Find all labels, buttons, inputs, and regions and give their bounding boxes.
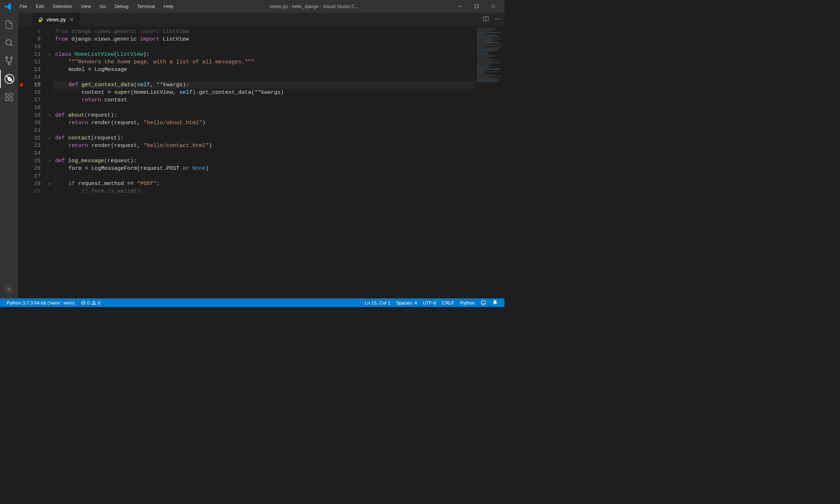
menu-view[interactable]: View [77, 2, 95, 10]
more-actions-icon[interactable] [494, 16, 501, 24]
split-editor-icon[interactable] [483, 16, 489, 24]
tab-filename: views.py [46, 17, 66, 22]
code-line-23[interactable]: return render(request, "hello/contact.ht… [52, 142, 475, 150]
tab-actions [479, 13, 504, 26]
status-language[interactable]: Python [457, 300, 478, 306]
svg-point-22 [93, 304, 94, 304]
svg-rect-0 [458, 6, 462, 7]
close-button[interactable] [485, 0, 502, 13]
svg-point-9 [10, 77, 11, 79]
code-line-25[interactable]: def log_message(request): [52, 157, 475, 165]
svg-point-4 [11, 57, 12, 59]
svg-rect-10 [5, 93, 8, 96]
code-line-15[interactable]: def get_context_data(self, **kwargs): [52, 81, 475, 89]
breakpoint-gutter[interactable] [18, 26, 25, 298]
code-line-18[interactable] [52, 104, 475, 112]
code-line-9[interactable]: from django.views.generic import ListVie… [52, 35, 475, 43]
code-area[interactable]: from django.views.generic import ListVie… [52, 26, 475, 298]
code-line-16[interactable]: context = super(HomeListView, self).get_… [52, 89, 475, 96]
code-line-10[interactable] [52, 43, 475, 51]
status-feedback-icon[interactable] [478, 300, 489, 306]
svg-point-3 [6, 57, 8, 59]
svg-point-17 [495, 18, 496, 20]
menu-file[interactable]: File [16, 2, 31, 10]
status-encoding[interactable]: UTF-8 [420, 300, 439, 306]
code-line-26[interactable]: form = LogMessageForm(request.POST or No… [52, 165, 475, 172]
code-line-8[interactable]: from django.views.generic import ListVie… [52, 28, 475, 35]
svg-point-14 [8, 288, 11, 291]
tabs-bar: views.py [18, 13, 504, 26]
fold-gutter[interactable]: ⊟⊟⊟⊟⊟ [47, 26, 52, 298]
code-line-17[interactable]: return context [52, 96, 475, 104]
menu-edit[interactable]: Edit [32, 2, 47, 10]
code-line-27[interactable] [52, 172, 475, 180]
svg-rect-1 [475, 5, 478, 8]
status-bar: Python 3.7.3 64-bit ('venv': venv) 0 0 L… [0, 298, 504, 307]
tab-views-py[interactable]: views.py [33, 13, 80, 26]
code-line-21[interactable] [52, 127, 475, 134]
minimap[interactable] [475, 26, 504, 298]
svg-rect-12 [5, 98, 8, 101]
code-line-19[interactable]: def about(request): [52, 112, 475, 119]
status-problems[interactable]: 0 0 [78, 300, 103, 306]
extensions-icon[interactable] [0, 88, 18, 106]
svg-point-2 [6, 39, 11, 45]
menu-selection[interactable]: Selection [49, 2, 75, 10]
activity-bar [0, 13, 18, 298]
status-warnings-count: 0 [98, 300, 100, 306]
svg-point-23 [481, 301, 486, 305]
menu-go[interactable]: Go [96, 2, 109, 10]
line-number-gutter[interactable]: 8910111213141516171819202122232425262728… [25, 26, 47, 298]
menu-help[interactable]: Help [160, 2, 177, 10]
debug-icon[interactable] [0, 70, 18, 88]
breakpoint-dot[interactable] [20, 83, 23, 87]
code-line-11[interactable]: class HomeListView(ListView): [52, 51, 475, 58]
menu-terminal[interactable]: Terminal [133, 2, 158, 10]
status-python-env[interactable]: Python 3.7.3 64-bit ('venv': venv) [4, 300, 78, 306]
status-indent[interactable]: Spaces: 4 [393, 300, 420, 306]
code-line-13[interactable]: model = LogMessage [52, 66, 475, 74]
search-icon[interactable] [0, 34, 18, 52]
window-title: views.py - hello_django - Visual Studio … [177, 4, 452, 9]
code-line-24[interactable] [52, 150, 475, 157]
editor-body[interactable]: 8910111213141516171819202122232425262728… [18, 26, 504, 298]
code-line-12[interactable]: """Renders the home page, with a list of… [52, 58, 475, 66]
svg-rect-13 [10, 98, 13, 101]
code-line-14[interactable] [52, 74, 475, 81]
status-bell-icon[interactable] [489, 300, 501, 306]
code-line-22[interactable]: def contact(request): [52, 134, 475, 142]
vscode-logo-icon [3, 1, 13, 12]
minimize-button[interactable] [452, 0, 468, 13]
window-controls [452, 0, 502, 13]
status-errors-count: 0 [87, 300, 90, 306]
explorer-icon[interactable] [0, 16, 18, 34]
settings-gear-icon[interactable] [0, 280, 18, 298]
code-line-28[interactable]: if request.method == "POST": [52, 180, 475, 188]
status-eol[interactable]: CRLF [439, 300, 457, 306]
svg-point-5 [8, 63, 10, 65]
menu-debug[interactable]: Debug [111, 2, 132, 10]
tab-close-icon[interactable] [69, 17, 75, 22]
maximize-button[interactable] [468, 0, 485, 13]
status-ln-col[interactable]: Ln 15, Col 1 [362, 300, 393, 306]
code-line-20[interactable]: return render(request, "hello/about.html… [52, 119, 475, 127]
svg-point-18 [497, 18, 498, 20]
main-area: views.py 8910111213141516171819202122232… [0, 13, 504, 298]
svg-point-19 [499, 18, 500, 20]
svg-point-8 [8, 77, 9, 79]
code-line-29[interactable]: if form.is_valid(): [52, 188, 475, 195]
source-control-icon[interactable] [0, 52, 18, 70]
editor-area: views.py 8910111213141516171819202122232… [18, 13, 504, 298]
python-file-icon [38, 17, 43, 22]
menu-bar: FileEditSelectionViewGoDebugTerminalHelp [16, 2, 177, 10]
title-bar: FileEditSelectionViewGoDebugTerminalHelp… [0, 0, 504, 13]
svg-rect-11 [10, 93, 13, 96]
